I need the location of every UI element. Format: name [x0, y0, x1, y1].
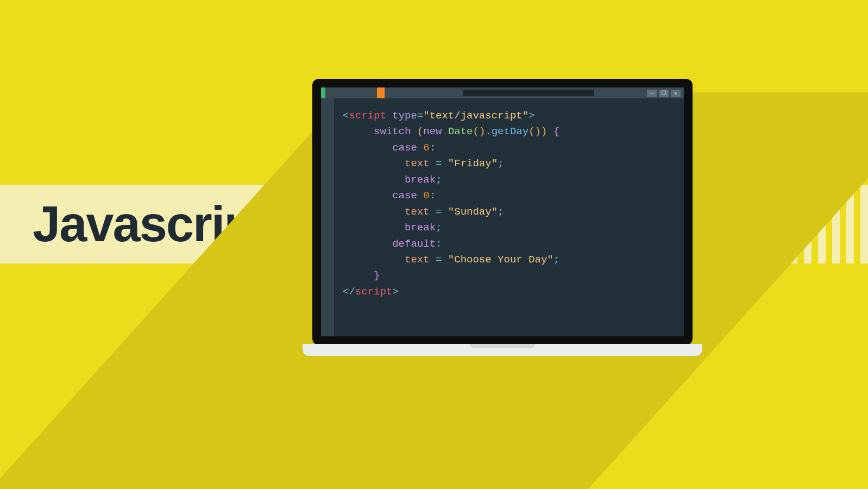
tab-accent-icon [377, 87, 385, 98]
close-button[interactable]: x [671, 90, 681, 97]
maximize-icon: ❐ [662, 91, 666, 96]
minimize-icon: — [650, 91, 655, 96]
maximize-button[interactable]: ❐ [659, 90, 669, 97]
editor-titlebar: — ❐ x [321, 87, 684, 98]
editor-gutter [321, 98, 334, 336]
code-block: <script type="text/javascript"> switch (… [343, 108, 559, 300]
laptop-base [303, 344, 702, 356]
tab-indicator-icon [321, 87, 325, 98]
screen-bezel: — ❐ x <script type="text/javascript"> sw… [312, 79, 693, 345]
laptop: — ❐ x <script type="text/javascript"> sw… [312, 79, 693, 345]
editor-tab[interactable] [325, 87, 377, 98]
editor-screen: — ❐ x <script type="text/javascript"> sw… [321, 87, 684, 336]
window-controls: — ❐ x [647, 90, 681, 97]
address-bar[interactable] [463, 90, 594, 96]
minimize-button[interactable]: — [647, 90, 657, 97]
close-icon: x [674, 91, 677, 96]
